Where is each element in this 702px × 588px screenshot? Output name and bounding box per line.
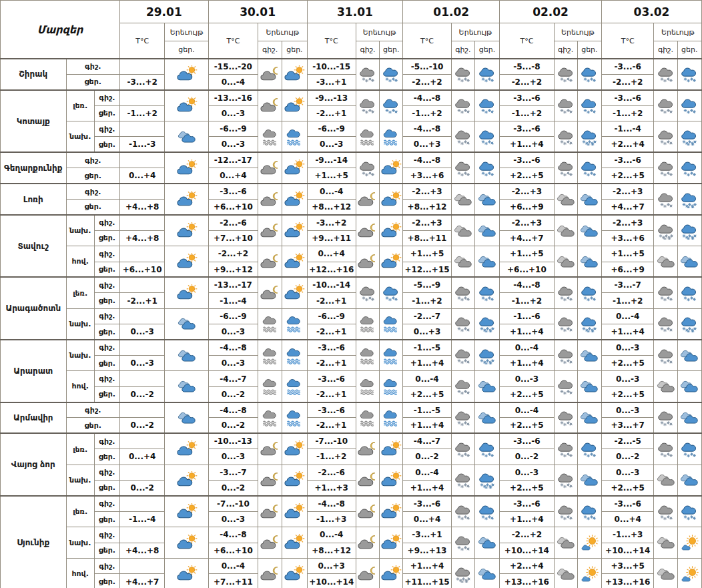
forecast-row-night: Արարատնախ.գիշ.-4...-8-3...-6-1...-50...-… xyxy=(1,340,702,355)
night-weather-cell xyxy=(654,402,677,434)
night-temp: -3...-6 xyxy=(601,152,653,168)
day-weather-cell xyxy=(677,559,701,588)
night-temp: -3...-6 xyxy=(208,184,258,199)
snow-night-icon xyxy=(555,440,577,458)
snow-night-icon xyxy=(555,128,577,145)
day-weather-cell xyxy=(282,308,307,340)
sun-cloud-icon xyxy=(284,253,305,270)
day-weather-cell xyxy=(282,371,307,402)
night-temp: -2...+2 xyxy=(208,246,258,262)
date-header: 01.02 xyxy=(403,1,500,23)
day-weather-cell xyxy=(577,433,601,465)
night-weather-cell xyxy=(258,465,282,496)
day-weather-cell xyxy=(474,59,499,90)
day-weather-cell xyxy=(282,121,307,153)
night-weather-cell xyxy=(554,121,577,153)
night-weather-cell xyxy=(451,559,474,588)
snow-night-icon xyxy=(655,160,677,177)
cloud-night-icon xyxy=(655,565,677,583)
header-row-dates: Մարզեր29.0130.0131.0101.0202.0203.02 xyxy=(1,1,702,23)
day-weather-cell xyxy=(282,215,307,246)
night-weather-cell xyxy=(451,527,474,559)
snow-day-icon xyxy=(476,128,498,145)
moon-cloud-icon xyxy=(260,191,281,208)
snow-day-icon xyxy=(476,440,498,458)
day-temp: 0...+3 xyxy=(403,137,451,152)
night-weather-cell xyxy=(258,90,282,121)
day-weather-cell xyxy=(577,496,601,527)
night-temp: -10...-14 xyxy=(307,277,356,292)
day-weather-cell xyxy=(577,59,601,90)
day-temp: +9...+13 xyxy=(403,543,451,558)
day-weather-cell xyxy=(165,277,208,308)
day-temp: 0...-2 xyxy=(601,449,653,465)
cloud-night-icon xyxy=(555,222,577,240)
region-name: Գեղարքունիք xyxy=(1,152,67,184)
day-temp: +4...+8 xyxy=(119,543,164,558)
night-temp: 0...-4 xyxy=(500,340,554,355)
region-name: Տավուշ xyxy=(1,215,67,278)
region-name: Սյունիք xyxy=(1,496,67,588)
night-weather-cell xyxy=(258,308,282,340)
day-weather-cell xyxy=(380,215,403,246)
night-column-header: գիշ. xyxy=(451,41,474,59)
night-temp: -10...-15 xyxy=(307,59,356,74)
day-temp: +2...+5 xyxy=(601,168,653,184)
moon-cloud-icon xyxy=(260,160,281,177)
night-temp: -1...-6 xyxy=(500,308,554,324)
night-temp xyxy=(119,433,164,449)
snow-night-icon xyxy=(357,284,378,302)
day-temp: +8...+12 xyxy=(307,543,356,558)
day-row-label: ցեր. xyxy=(94,230,119,246)
night-temp xyxy=(119,90,164,105)
night-temp: -1...-5 xyxy=(403,402,451,418)
day-weather-cell xyxy=(380,308,403,340)
night-temp: -3...-6 xyxy=(403,496,451,511)
day-weather-cell xyxy=(165,371,208,402)
fog-day-icon xyxy=(380,378,402,395)
day-temp: +7...+10 xyxy=(208,230,258,246)
day-weather-cell xyxy=(165,90,208,121)
night-temp: 0...-4 xyxy=(307,184,356,199)
day-weather-cell xyxy=(677,308,701,340)
day-weather-cell xyxy=(380,340,403,371)
night-weather-cell xyxy=(451,59,474,90)
night-temp: -12...-17 xyxy=(208,152,258,168)
night-temp: 0...-3 xyxy=(601,340,653,355)
heavy-snow-day-icon xyxy=(579,315,600,332)
night-temp: -13...-17 xyxy=(208,277,258,292)
day-row-label: ցեր. xyxy=(94,137,119,152)
night-temp: -2...+3 xyxy=(601,215,653,230)
day-temp: 0...-3 xyxy=(208,105,258,121)
night-weather-cell xyxy=(654,371,677,402)
day-temp: +10...+14 xyxy=(601,543,653,558)
day-column-header: ցեր. xyxy=(282,41,307,59)
forecast-row-night: Շիրակգիշ.-15...-20-10...-15-5...-10-5...… xyxy=(1,59,702,74)
moon-cloud-icon xyxy=(260,253,281,270)
day-weather-cell xyxy=(282,340,307,371)
day-weather-cell xyxy=(677,215,701,246)
day-temp: 0...-2 xyxy=(119,386,164,402)
night-temp: -1...+3 xyxy=(601,527,653,543)
day-weather-cell xyxy=(677,402,701,434)
moon-cloud-icon xyxy=(260,284,281,302)
day-temp: +13...+16 xyxy=(601,574,653,588)
day-weather-cell xyxy=(577,277,601,308)
day-temp: +1...+5 xyxy=(307,168,356,184)
night-row-label: գիշ. xyxy=(94,90,119,105)
day-temp: +3...+6 xyxy=(601,230,653,246)
night-temp: -3...+1 xyxy=(403,527,451,543)
snow-night-icon xyxy=(655,440,677,458)
day-temp: 0...-3 xyxy=(208,355,258,370)
forecast-row-night: հով.գիշ.0...-40...+3+1...+4+2...+4+3...+… xyxy=(1,559,702,574)
date-header: 30.01 xyxy=(208,1,307,23)
night-temp: 0...-4 xyxy=(403,465,451,480)
night-weather-cell xyxy=(451,215,474,246)
day-temp: -3...+1 xyxy=(307,74,356,89)
night-temp: -3...-6 xyxy=(307,402,356,418)
night-weather-cell xyxy=(356,90,379,121)
forecast-row-night: հով.գիշ.-4...-7-3...-60...-40...-30...-3 xyxy=(1,371,702,386)
cloud-night-icon xyxy=(452,222,474,240)
sun-bright-icon xyxy=(679,565,700,583)
night-temp xyxy=(119,308,164,324)
